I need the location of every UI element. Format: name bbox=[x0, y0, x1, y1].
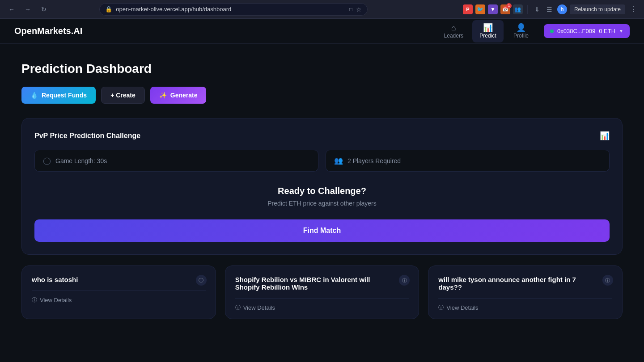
players-required-text: 2 Players Required bbox=[347, 157, 401, 164]
person-icon: 👤 bbox=[516, 24, 526, 32]
browser-extensions: P 🐦 ▼ 📅 1 👥 ⇓ ☰ h Relaunch to update ⋮ bbox=[463, 3, 639, 15]
menu-icon[interactable]: ⋮ bbox=[628, 3, 639, 15]
logo: OpenMarkets.AI bbox=[14, 26, 82, 36]
wallet-button[interactable]: 0x038C...F009 0 ETH ▼ bbox=[544, 24, 630, 38]
request-funds-button[interactable]: 💧 Request Funds bbox=[21, 87, 96, 104]
ext-2[interactable]: 🐦 bbox=[475, 4, 485, 14]
bottom-cards: ⓘ who is satoshi ⓘ View Details ⓘ Shopif… bbox=[21, 265, 623, 319]
info-icon-3[interactable]: ⓘ bbox=[602, 275, 613, 286]
game-length-item: ◯ Game Length: 30s bbox=[34, 150, 318, 172]
ext-3[interactable]: ▼ bbox=[488, 4, 498, 14]
pvp-card-title: PvP Price Prediction Challenge bbox=[34, 132, 140, 140]
list-item: ⓘ who is satoshi ⓘ View Details bbox=[21, 265, 216, 319]
pvp-ready-subtitle: Predict ETH price against other players bbox=[34, 200, 610, 207]
chevron-down-icon: ▼ bbox=[619, 29, 623, 34]
profile-avatar[interactable]: h bbox=[557, 4, 567, 14]
page-title: Prediction Dashboard bbox=[21, 62, 623, 76]
chart-icon: 📊 bbox=[483, 24, 493, 32]
action-buttons: 💧 Request Funds + Create ✨ Generate bbox=[21, 87, 623, 104]
nav-profile[interactable]: 👤 Profile bbox=[505, 20, 537, 42]
info-icon-1[interactable]: ⓘ bbox=[196, 275, 207, 286]
pvp-chart-icon: 📊 bbox=[600, 131, 610, 141]
browser-chrome: ← → ↻ 🔒 open-market-olive.vercel.app/hub… bbox=[0, 0, 644, 19]
url-text: open-market-olive.vercel.app/hub/dashboa… bbox=[116, 6, 231, 13]
pvp-info-row: ◯ Game Length: 30s 👥 2 Players Required bbox=[34, 150, 610, 172]
wallet-address: 0x038C...F009 bbox=[557, 28, 595, 34]
info-circle-icon-1: ⓘ bbox=[32, 296, 37, 304]
clock-icon: ◯ bbox=[43, 156, 51, 165]
share-icon: □ bbox=[349, 6, 352, 13]
address-bar[interactable]: 🔒 open-market-olive.vercel.app/hub/dashb… bbox=[99, 3, 368, 16]
list-item: ⓘ will mike tyson announce another fight… bbox=[428, 265, 623, 319]
download-icon[interactable]: ⇓ bbox=[532, 4, 542, 14]
players-required-item: 👥 2 Players Required bbox=[326, 150, 610, 172]
info-circle-icon-3: ⓘ bbox=[438, 304, 444, 311]
lock-icon: 🔒 bbox=[105, 6, 112, 13]
main-nav: ⌂ Leaders 📊 Predict 👤 Profile bbox=[437, 20, 537, 42]
generate-button[interactable]: ✨ Generate bbox=[150, 87, 207, 104]
pvp-card: PvP Price Prediction Challenge 📊 ◯ Game … bbox=[21, 118, 623, 255]
card-title-3: will mike tyson announce another fight i… bbox=[438, 276, 612, 291]
home-icon: ⌂ bbox=[451, 24, 456, 32]
wallet-balance: 0 ETH bbox=[599, 28, 615, 34]
create-button[interactable]: + Create bbox=[101, 87, 145, 104]
extensions-icon[interactable]: ☰ bbox=[545, 4, 555, 14]
find-match-button[interactable]: Find Match bbox=[34, 219, 610, 242]
back-button[interactable]: ← bbox=[5, 3, 18, 16]
ext-1[interactable]: P bbox=[463, 4, 473, 14]
game-length-text: Game Length: 30s bbox=[55, 157, 107, 164]
card-title-1: who is satoshi bbox=[32, 276, 206, 283]
nav-predict[interactable]: 📊 Predict bbox=[472, 20, 504, 42]
sparkle-icon: ✨ bbox=[159, 92, 167, 99]
pvp-card-header: PvP Price Prediction Challenge 📊 bbox=[34, 131, 610, 141]
card-title-2: Shopify Rebilion vs MIBRC in Valorent wi… bbox=[235, 276, 409, 291]
app-header: OpenMarkets.AI ⌂ Leaders 📊 Predict 👤 Pro… bbox=[0, 19, 644, 44]
view-details-1[interactable]: ⓘ View Details bbox=[32, 290, 206, 309]
ext-5[interactable]: 👥 bbox=[513, 4, 523, 14]
pvp-ready-title: Ready to Challenge? bbox=[34, 186, 610, 196]
refresh-button[interactable]: ↻ bbox=[38, 3, 50, 16]
water-drop-icon: 💧 bbox=[30, 92, 38, 99]
main-content: Prediction Dashboard 💧 Request Funds + C… bbox=[0, 44, 644, 362]
ext-4[interactable]: 📅 1 bbox=[500, 4, 510, 14]
view-details-3[interactable]: ⓘ View Details bbox=[438, 298, 612, 317]
info-circle-icon-2: ⓘ bbox=[235, 304, 241, 311]
nav-leaders[interactable]: ⌂ Leaders bbox=[437, 20, 470, 42]
view-details-2[interactable]: ⓘ View Details bbox=[235, 298, 409, 317]
wallet-status-dot bbox=[550, 29, 554, 33]
bookmark-icon: ☆ bbox=[356, 6, 362, 13]
pvp-ready-section: Ready to Challenge? Predict ETH price ag… bbox=[34, 186, 610, 207]
players-icon: 👥 bbox=[334, 156, 343, 165]
list-item: ⓘ Shopify Rebilion vs MIBRC in Valorent … bbox=[225, 265, 419, 319]
forward-button[interactable]: → bbox=[21, 3, 34, 16]
relaunch-button[interactable]: Relaunch to update bbox=[570, 4, 625, 14]
